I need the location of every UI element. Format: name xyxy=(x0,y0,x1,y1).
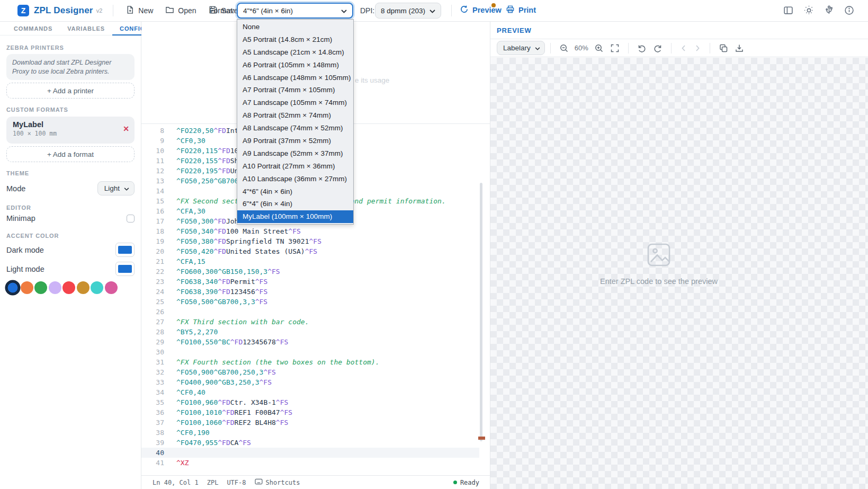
accent-color-swatch[interactable] xyxy=(34,281,47,294)
new-button-label: New xyxy=(138,6,153,15)
encoding-indicator[interactable]: UTF-8 xyxy=(227,479,246,486)
accent-color-swatch[interactable] xyxy=(21,281,33,294)
accent-color-swatch[interactable] xyxy=(91,281,103,294)
code-line[interactable]: 19^FO50,380^FDSpringfield TN 39021^FS xyxy=(141,236,479,246)
mode-select[interactable]: Light xyxy=(97,181,135,195)
render-engine-select[interactable]: Labelary xyxy=(497,41,545,55)
delete-format-icon[interactable]: ✕ xyxy=(123,125,129,132)
format-option[interactable]: None xyxy=(237,21,353,33)
accent-color-swatch[interactable] xyxy=(49,281,61,294)
accent-color-swatch[interactable] xyxy=(6,281,19,294)
code-line[interactable]: 40 xyxy=(141,448,479,458)
code-line[interactable]: 18^FO50,340^FD100 Main Street^FS xyxy=(141,226,479,236)
custom-formats-heading: CUSTOM FORMATS xyxy=(6,106,68,113)
code-line[interactable]: 23^FO638,340^FDPermit^FS xyxy=(141,277,479,287)
format-option[interactable]: A7 Portrait (74mm × 105mm) xyxy=(237,84,353,96)
format-option[interactable]: A9 Landscape (52mm × 37mm) xyxy=(237,147,353,160)
format-option[interactable]: A10 Landscape (36mm × 27mm) xyxy=(237,173,353,185)
download-icon[interactable] xyxy=(731,43,747,53)
previous-label-icon[interactable] xyxy=(677,45,691,52)
format-option[interactable]: A10 Portrait (27mm × 36mm) xyxy=(237,160,353,173)
code-line[interactable]: 26 xyxy=(141,307,479,317)
light-mode-color-picker[interactable] xyxy=(115,262,135,276)
fit-fullscreen-icon[interactable] xyxy=(607,43,623,53)
code-line[interactable]: 29^FO100,550^BC^FD12345678^FS xyxy=(141,337,479,347)
format-option[interactable]: 4"*6" (4in × 6in) xyxy=(237,185,353,198)
zoom-out-icon[interactable] xyxy=(556,43,572,53)
line-number: 9 xyxy=(141,136,164,146)
zoom-in-icon[interactable] xyxy=(591,43,607,53)
code-line[interactable]: 28^BY5,2,270 xyxy=(141,327,479,337)
code-line[interactable]: 33^FO400,900^GB3,250,3^FS xyxy=(141,377,479,387)
accent-color-swatch[interactable] xyxy=(77,281,90,294)
format-option[interactable]: A6 Landscape (148mm × 105mm) xyxy=(237,72,353,84)
usb-device-icon[interactable] xyxy=(825,5,834,15)
custom-format-card[interactable]: MyLabel 100 × 100 mm ✕ xyxy=(6,117,135,144)
format-option[interactable]: A5 Landscape (21cm × 14.8cm) xyxy=(237,46,353,59)
code-line[interactable]: 27^FX Third section with bar code. xyxy=(141,317,479,327)
format-option[interactable]: A6 Portrait (105mm × 148mm) xyxy=(237,59,353,72)
info-icon[interactable] xyxy=(844,5,854,15)
sidebar-tab[interactable]: COMMANDS xyxy=(6,22,60,35)
line-number: 36 xyxy=(141,407,164,417)
copy-icon[interactable] xyxy=(715,43,731,53)
ready-label: Ready xyxy=(460,479,479,486)
editor-scrollbar[interactable] xyxy=(480,183,482,441)
accent-color-swatch[interactable] xyxy=(62,281,75,294)
new-button[interactable]: New xyxy=(126,5,153,16)
code-line[interactable]: 20^FO50,420^FDUnited States (USA)^FS xyxy=(141,246,479,256)
code-line[interactable]: 37^FO100,1060^FDREF2 BL4H8^FS xyxy=(141,417,479,428)
undo-icon[interactable] xyxy=(634,43,650,53)
format-option[interactable]: A7 Landscape (105mm × 74mm) xyxy=(237,96,353,109)
redo-icon[interactable] xyxy=(650,43,666,53)
app-version: v2 xyxy=(96,7,103,14)
code-line[interactable]: 38^CF0,190 xyxy=(141,428,479,438)
accent-palette xyxy=(6,281,118,294)
next-label-icon[interactable] xyxy=(691,45,704,52)
format-option[interactable]: MyLabel (100mm × 100mm) xyxy=(237,210,353,223)
format-option[interactable]: A9 Portrait (37mm × 52mm) xyxy=(237,135,353,147)
code-line[interactable]: 36^FO100,1010^FDREF1 F00B47^FS xyxy=(141,407,479,417)
minimap-checkbox[interactable] xyxy=(127,215,135,223)
add-format-button[interactable]: + Add a format xyxy=(6,146,135,162)
code-line-content: ^CFA,30 xyxy=(164,206,205,216)
code-line[interactable]: 32^FO50,900^GB700,250,3^FS xyxy=(141,367,479,377)
shortcuts-button[interactable]: Shortcuts xyxy=(255,478,300,486)
add-printer-button[interactable]: + Add a printer xyxy=(6,83,135,99)
sidebar-tab[interactable]: VARIABLES xyxy=(60,22,112,35)
dpi-select[interactable]: 8 dpmm (203) xyxy=(375,3,441,19)
preview-canvas[interactable]: Enter ZPL code to see the preview xyxy=(490,58,868,489)
dark-mode-color-picker[interactable] xyxy=(115,243,135,257)
preview-panel: PREVIEW Labelary 60% Enter Z xyxy=(490,22,868,489)
panel-toggle-icon[interactable] xyxy=(783,5,793,15)
line-number: 40 xyxy=(141,448,164,458)
theme-mode-row: Mode Light xyxy=(6,181,135,195)
format-option[interactable]: 6"*4" (6in × 4in) xyxy=(237,198,353,210)
code-line[interactable]: 22^FO600,300^GB150,150,3^FS xyxy=(141,266,479,277)
code-line-content xyxy=(164,307,176,317)
code-line[interactable]: 21^CFA,15 xyxy=(141,256,479,266)
code-line[interactable]: 34^CF0,40 xyxy=(141,387,479,397)
accent-color-swatch[interactable] xyxy=(105,281,118,294)
code-line[interactable]: 35^FO100,960^FDCtr. X34B-1^FS xyxy=(141,397,479,407)
format-option[interactable]: A8 Portrait (52mm × 74mm) xyxy=(237,109,353,122)
preview-button[interactable]: Preview xyxy=(460,5,502,15)
line-number: 39 xyxy=(141,438,164,448)
cursor-position: Ln 40, Col 1 xyxy=(153,479,199,486)
print-button[interactable]: Print xyxy=(506,5,536,15)
line-number: 23 xyxy=(141,277,164,287)
code-line[interactable]: 31^FX Fourth section (the two boxes on t… xyxy=(141,357,479,367)
format-select[interactable]: 4"*6" (4in × 6in) xyxy=(237,3,353,19)
code-line[interactable]: 25^FO50,500^GB700,3,3^FS xyxy=(141,297,479,307)
light-mode-sun-icon[interactable] xyxy=(804,5,814,15)
language-indicator[interactable]: ZPL xyxy=(207,479,219,486)
code-line[interactable]: 30 xyxy=(141,347,479,357)
toolbar-divider xyxy=(671,43,672,54)
code-line-content: ^FO100,1010^FDREF1 F00B47^FS xyxy=(164,407,292,417)
format-option[interactable]: A8 Landscape (74mm × 52mm) xyxy=(237,122,353,135)
code-line[interactable]: 39^FO470,955^FDCA^FS xyxy=(141,438,479,448)
code-line[interactable]: 41^XZ xyxy=(141,458,479,468)
format-option[interactable]: A5 Portrait (14.8cm × 21cm) xyxy=(237,33,353,46)
open-button[interactable]: Open xyxy=(165,5,196,16)
code-line[interactable]: 24^FO638,390^FD123456^FS xyxy=(141,287,479,297)
